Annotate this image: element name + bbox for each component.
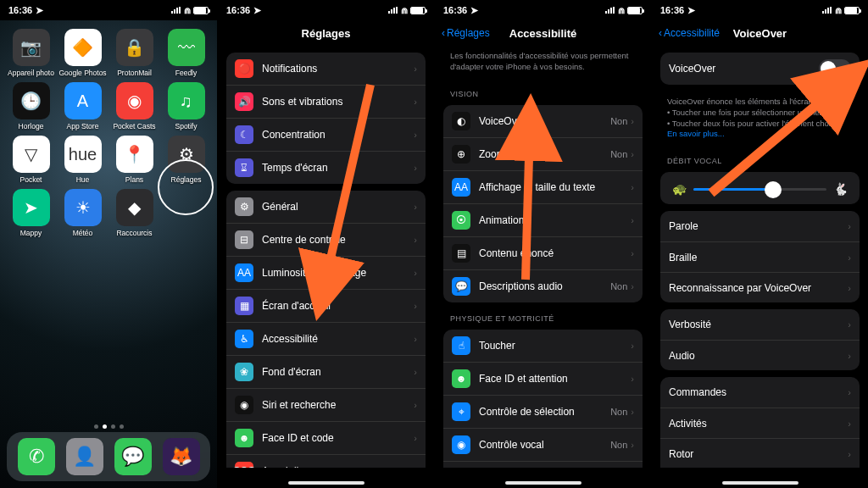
row-rotor[interactable]: Rotor› <box>660 438 860 468</box>
speaking-rate-slider[interactable]: 🐢 🐇 <box>660 179 860 204</box>
row-icon: ☝︎ <box>452 336 470 355</box>
app-label: Feedly <box>175 69 198 77</box>
row-icon: ⌛︎ <box>235 158 253 177</box>
settings-row-notifications[interactable]: 🔴Notifications› <box>226 53 426 85</box>
voiceover-screen: 16:36➤ ⋒ ‹ Accessibilité VoiceOver Voice… <box>651 0 868 488</box>
row-affichage-et-taille-du-texte[interactable]: AAAffichage et taille du texte› <box>443 170 643 203</box>
app-google-photos[interactable]: 🔶Google Photos <box>58 29 107 77</box>
chevron-right-icon: › <box>414 334 417 344</box>
row-descriptions-audio[interactable]: 💬Descriptions audioNon› <box>443 269 643 302</box>
row-icon: AA <box>235 263 253 282</box>
app-horloge[interactable]: 🕒Horloge <box>7 82 55 130</box>
row-label: Descriptions audio <box>479 280 610 292</box>
app-label: Spotify <box>175 122 198 130</box>
row-label: Reconnaissance par VoiceOver <box>669 282 848 294</box>
settings-row-accessibilit-[interactable]: ♿︎Accessibilité› <box>226 322 426 355</box>
row-value: Non <box>610 149 627 159</box>
app-plans[interactable]: 📍Plans <box>110 136 159 184</box>
app-icon: ♫ <box>168 82 205 119</box>
app-réglages[interactable]: ⚙︎Réglages <box>162 136 210 184</box>
row-contr-le-vocal[interactable]: ◉Contrôle vocalNon› <box>443 428 643 461</box>
app-spotify[interactable]: ♫Spotify <box>162 82 210 130</box>
row-zoom[interactable]: ⊕ZoomNon› <box>443 137 643 170</box>
settings-row-temps-d-cran[interactable]: ⌛︎Temps d'écran› <box>226 151 426 184</box>
chevron-right-icon: › <box>414 268 417 278</box>
chevron-right-icon: › <box>631 281 634 291</box>
app-pocket-casts[interactable]: ◉Pocket Casts <box>110 82 159 130</box>
app-appareil-photo[interactable]: 📷Appareil photo <box>7 29 55 77</box>
chevron-right-icon: › <box>414 97 417 107</box>
settings-row-centre-de-contr-le[interactable]: ⊟Centre de contrôle› <box>226 223 426 256</box>
app-icon: 🕒 <box>13 82 50 119</box>
settings-row-fond-d-cran[interactable]: ❀Fond d'écran› <box>226 355 426 388</box>
app-mappy[interactable]: ➤Mappy <box>7 189 55 237</box>
intro-text: Les fonctionnalités d'accessibilité vous… <box>435 46 651 78</box>
chevron-right-icon: › <box>631 407 634 417</box>
settings-row-sons-et-vibrations[interactable]: 🔊Sons et vibrations› <box>226 85 426 118</box>
back-button[interactable]: ‹ Accessibilité <box>659 27 720 39</box>
row-face-id-et-attention[interactable]: ☻Face ID et attention› <box>443 362 643 395</box>
app-pocket[interactable]: ▽Pocket <box>7 136 55 184</box>
row-label: Fond d'écran <box>262 366 414 378</box>
chevron-right-icon: › <box>631 149 634 159</box>
settings-row-g-n-ral[interactable]: ⚙︎Général› <box>226 191 426 223</box>
app-météo[interactable]: ☀︎Météo <box>58 189 107 237</box>
row-voiceover[interactable]: ◐VoiceOverNon› <box>443 105 643 137</box>
row-animation[interactable]: ⦿Animation› <box>443 203 643 236</box>
row-verbosit-[interactable]: Verbosité› <box>660 309 860 340</box>
settings-row-appel-d-urgence[interactable]: SOSAppel d'urgence› <box>226 454 426 468</box>
row-commandes[interactable]: Commandes› <box>660 377 860 408</box>
row-audio[interactable]: Audio› <box>660 340 860 370</box>
row-icon: ▤ <box>452 244 470 263</box>
app-label: Plans <box>125 175 143 184</box>
row-activit-s[interactable]: Activités› <box>660 408 860 438</box>
settings-row-siri-et-recherche[interactable]: ◉Siri et recherche› <box>226 388 426 421</box>
row-label: Commandes <box>669 386 848 398</box>
settings-row-face-id-et-code[interactable]: ☻Face ID et code› <box>226 421 426 454</box>
voiceover-toggle[interactable] <box>819 59 851 78</box>
settings-row-luminosit-et-affichage[interactable]: AALuminosité et affichage› <box>226 256 426 289</box>
row-icon: ⊕ <box>452 145 470 164</box>
row-label: Face ID et code <box>262 432 414 444</box>
app-hue[interactable]: hueHue <box>58 136 107 184</box>
row-contr-le-de-s-lection[interactable]: ⌖Contrôle de sélectionNon› <box>443 395 643 428</box>
nav-bar: ‹ Accessibilité VoiceOver <box>652 20 868 46</box>
chevron-right-icon: › <box>414 64 417 74</box>
chevron-right-icon: › <box>414 130 417 140</box>
back-button[interactable]: ‹ Réglages <box>442 27 490 39</box>
app-feedly[interactable]: 〰Feedly <box>162 29 210 77</box>
row-label: Contrôle vocal <box>479 439 610 451</box>
row-label: Écran d'accueil <box>262 300 414 312</box>
row-icon: 💬 <box>452 277 470 296</box>
chevron-right-icon: › <box>848 283 851 293</box>
row-braille[interactable]: Braille› <box>660 241 860 272</box>
app-app-store[interactable]: AApp Store <box>58 82 107 130</box>
row-contenu-nonc-[interactable]: ▤Contenu énoncé› <box>443 236 643 269</box>
dock-messages[interactable]: 💬 <box>114 438 152 475</box>
row-icon: ♿︎ <box>235 330 253 348</box>
learn-more-link[interactable]: En savoir plus... <box>667 129 725 138</box>
row-reconnaissance-par-voiceover[interactable]: Reconnaissance par VoiceOver› <box>660 272 860 302</box>
status-bar: 16:36➤ ⋒ <box>652 0 868 20</box>
row-icon: ⦿ <box>452 211 470 230</box>
row-icon: ◐ <box>452 112 470 130</box>
app-icon: A <box>64 82 102 119</box>
row-icon: ◉ <box>452 435 470 454</box>
row-parole[interactable]: Parole› <box>660 211 860 241</box>
app-raccourcis[interactable]: ◆Raccourcis <box>110 189 159 237</box>
row-icon: ▦ <box>235 297 253 315</box>
row-label: Sons et vibrations <box>262 96 414 108</box>
dock-firefox[interactable]: 🦊 <box>163 438 200 475</box>
settings-row--cran-d-accueil[interactable]: ▦Écran d'accueil› <box>226 289 426 322</box>
row-toucher[interactable]: ☝︎Toucher› <box>443 330 643 362</box>
chevron-right-icon: › <box>848 252 851 263</box>
app-label: Pocket <box>20 175 42 184</box>
dock-contacts[interactable]: 👤 <box>66 438 103 475</box>
row-bouton-lat-ral[interactable]: ▢Bouton latéral› <box>443 461 643 468</box>
settings-row-concentration[interactable]: ☾Concentration› <box>226 118 426 151</box>
app-protonmail[interactable]: 🔒ProtonMail <box>110 29 159 77</box>
voiceover-toggle-row[interactable]: VoiceOver <box>660 53 860 85</box>
settings-root: 16:36➤ ⋒ Réglages 🔴Notifications›🔊Sons e… <box>217 0 434 488</box>
dock-phone[interactable]: ✆ <box>18 438 55 475</box>
status-bar: 16:36➤ ⋒ <box>0 0 217 20</box>
